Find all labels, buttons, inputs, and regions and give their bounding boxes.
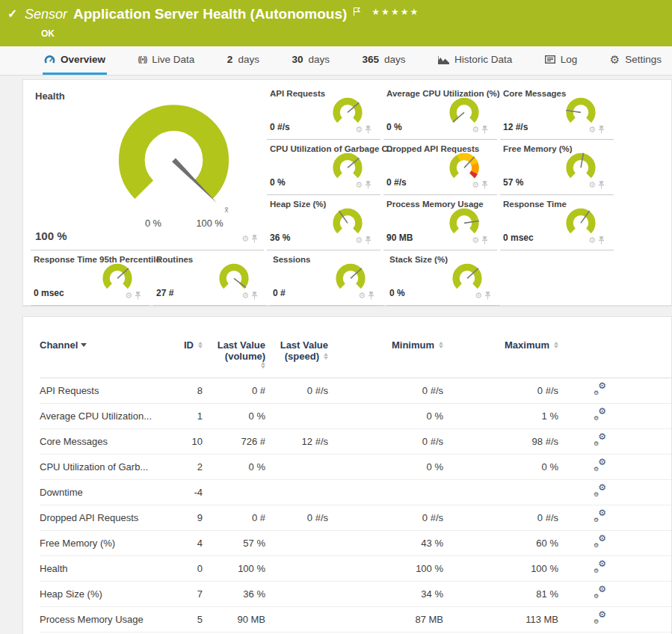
gauge: [213, 259, 255, 295]
channel-settings-icon[interactable]: ⚙⚙: [594, 511, 606, 523]
gauge-settings-icon[interactable]: ⚙: [125, 292, 132, 300]
gauge-pin-icon[interactable]: [481, 181, 488, 189]
channel-name[interactable]: API Requests: [40, 385, 167, 396]
cell-minimum: 0 #/s: [422, 436, 443, 447]
gauge-settings-icon[interactable]: ⚙: [472, 126, 479, 134]
tab-log[interactable]: Log: [543, 46, 579, 75]
gauge-title[interactable]: Health: [35, 90, 65, 102]
channel-settings-icon[interactable]: ⚙⚙: [594, 537, 606, 548]
gauge-title[interactable]: API Requests: [270, 89, 325, 98]
cell-maximum: 0 %: [542, 461, 558, 473]
gauge-pin-icon[interactable]: [365, 236, 372, 244]
channel-settings-icon[interactable]: ⚙⚙: [594, 435, 606, 446]
gauge-settings-icon[interactable]: ⚙: [588, 236, 596, 244]
gauge-pin-icon[interactable]: [598, 126, 605, 134]
tab-overview[interactable]: Overview: [43, 46, 107, 75]
tab-live-data[interactable]: ((•)) Live Data: [137, 46, 197, 75]
table-row[interactable]: Process Memory Usage 5 90 MB 87 MB 113 M…: [40, 607, 671, 633]
channel-name[interactable]: CPU Utilization of Garb...: [40, 461, 167, 473]
gauge-title[interactable]: CPU Utilization of Garbage C...: [270, 144, 395, 153]
gauge-row-four: Response Time 95th Percentile 0 msec ⚙ R…: [31, 250, 671, 306]
gauge-settings-icon[interactable]: ⚙: [472, 181, 479, 189]
gauge-pin-icon[interactable]: [481, 236, 488, 244]
table-row[interactable]: Health 0 100 % 100 % 100 % ⚙⚙: [40, 556, 671, 582]
table-row[interactable]: Core Messages 10 726 # 12 #/s 0 #/s 98 #…: [40, 429, 671, 455]
gauge-title[interactable]: Average CPU Utilization (%): [386, 89, 500, 98]
gauge-pin-icon[interactable]: [251, 235, 258, 243]
table-row[interactable]: Average CPU Utilization... 1 0 % 0 % 1 %…: [40, 404, 671, 429]
channel-settings-icon[interactable]: ⚙⚙: [594, 486, 606, 497]
gauge-title[interactable]: Sessions: [273, 255, 311, 264]
gauge-title[interactable]: Routines: [156, 255, 193, 264]
gauge-value: 0 #: [273, 288, 286, 298]
gauge-settings-icon[interactable]: ⚙: [355, 181, 363, 189]
tab-settings[interactable]: ⚙ Settings: [608, 46, 663, 75]
gauge-settings-icon[interactable]: ⚙: [472, 236, 479, 244]
tab-365-days[interactable]: 365 days: [360, 46, 407, 75]
tab-2-days[interactable]: 2 days: [226, 46, 261, 75]
gauge-pin-icon[interactable]: [598, 236, 605, 244]
gauge-title[interactable]: Dropped API Requests: [386, 144, 479, 153]
column-header-minimum[interactable]: Minimum: [392, 339, 443, 351]
channel-name[interactable]: Dropped API Requests: [40, 512, 167, 523]
table-row[interactable]: Heap Size (%) 7 36 % 34 % 81 % ⚙⚙: [40, 582, 671, 607]
gauge-title[interactable]: Response Time 95th Percentile: [34, 255, 161, 264]
channel-settings-icon[interactable]: ⚙⚙: [594, 588, 606, 599]
priority-stars[interactable]: ★★★★★: [372, 7, 419, 17]
gauge-title[interactable]: Stack Size (%): [389, 255, 448, 264]
channel-settings-icon[interactable]: ⚙⚙: [594, 461, 606, 472]
gauge: [560, 148, 602, 185]
gauge-pin-icon[interactable]: [251, 292, 258, 300]
table-row[interactable]: API Requests 8 0 # 0 #/s 0 #/s 0 #/s ⚙⚙: [40, 378, 671, 404]
table-row[interactable]: CPU Utilization of Garb... 2 0 % 0 % 0 %…: [40, 455, 671, 480]
gauge-pin-icon[interactable]: [481, 126, 488, 134]
column-header-channel[interactable]: Channel: [40, 339, 167, 351]
column-header-last-value-speed[interactable]: Last Value (speed): [280, 339, 328, 362]
gauge-pin-icon[interactable]: [598, 181, 605, 189]
gauge-value: 12 #/s: [503, 122, 528, 132]
live-data-icon: ((•)): [138, 55, 147, 64]
gauge-title[interactable]: Core Messages: [503, 89, 566, 98]
channel-name[interactable]: Heap Size (%): [40, 588, 167, 600]
gauge-title[interactable]: Process Memory Usage: [386, 200, 484, 209]
channel-settings-icon[interactable]: ⚙⚙: [594, 562, 606, 573]
channel-name[interactable]: Average CPU Utilization...: [40, 410, 167, 422]
gauge-pin-icon[interactable]: [484, 292, 491, 300]
channel-name[interactable]: Process Memory Usage: [40, 614, 167, 625]
gauge-settings-icon[interactable]: ⚙: [241, 292, 249, 300]
column-header-last-value-volume[interactable]: Last Value (volume): [218, 339, 265, 369]
channel-name[interactable]: Downtime: [40, 487, 167, 498]
channel-name[interactable]: Core Messages: [40, 436, 167, 447]
gauge-title[interactable]: Response Time: [503, 200, 567, 209]
table-row[interactable]: Free Memory (%) 4 57 % 43 % 60 % ⚙⚙: [40, 531, 671, 556]
gauge-settings-icon[interactable]: ⚙: [241, 235, 249, 243]
gauge-settings-icon[interactable]: ⚙: [588, 126, 596, 134]
gauge-pin-icon[interactable]: [135, 292, 141, 300]
sort-icon: [198, 342, 203, 348]
gauge-pin-icon[interactable]: [365, 126, 372, 134]
flag-icon[interactable]: [353, 7, 361, 16]
tab-bar: Overview ((•)) Live Data 2 days 30 days …: [0, 46, 672, 76]
tab-30-days[interactable]: 30 days: [290, 46, 331, 75]
gauge-settings-icon[interactable]: ⚙: [355, 126, 363, 134]
gauge-title[interactable]: Free Memory (%): [503, 144, 573, 153]
column-header-maximum[interactable]: Maximum: [505, 339, 558, 351]
gauge-pin-icon[interactable]: [365, 181, 372, 189]
channel-settings-icon[interactable]: ⚙⚙: [594, 384, 606, 396]
average-marker: x̄: [224, 206, 228, 214]
channel-name[interactable]: Free Memory (%): [40, 538, 167, 549]
gauge-pin-icon[interactable]: [368, 292, 374, 300]
channel-settings-icon[interactable]: ⚙⚙: [594, 613, 606, 624]
gauge-settings-icon[interactable]: ⚙: [588, 181, 596, 189]
gauge-settings-icon[interactable]: ⚙: [475, 292, 482, 300]
gauge-title[interactable]: Heap Size (%): [270, 200, 326, 209]
table-row[interactable]: Dropped API Requests 9 0 # 0 #/s 0 #/s 0…: [40, 505, 671, 531]
tab-historic-data[interactable]: Historic Data: [437, 46, 514, 75]
channel-name[interactable]: Health: [40, 563, 167, 574]
gauge-settings-icon[interactable]: ⚙: [358, 292, 366, 300]
table-row[interactable]: Downtime -4 ⚙⚙: [40, 480, 671, 505]
gauge-settings-icon[interactable]: ⚙: [355, 236, 363, 244]
gauge-value: 0 msec: [34, 288, 64, 298]
column-header-id[interactable]: ID: [184, 339, 203, 351]
channel-settings-icon[interactable]: ⚙⚙: [594, 410, 606, 421]
